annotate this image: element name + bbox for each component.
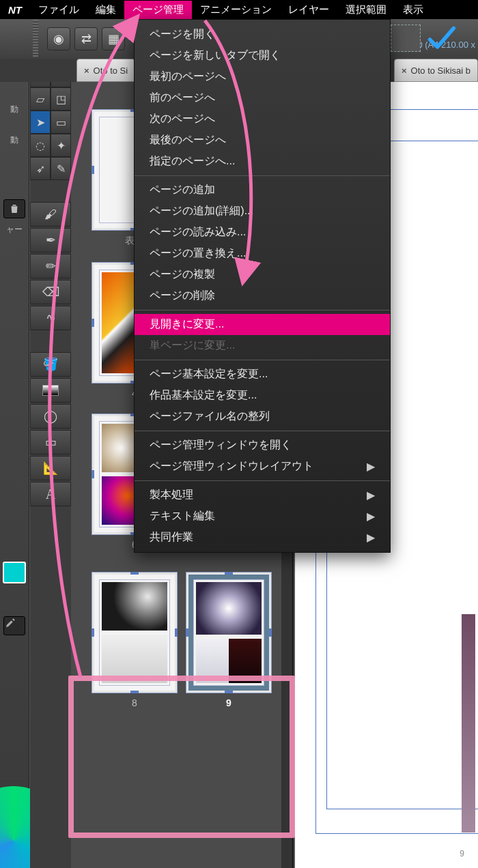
left-property-column: 動 動 ャー: [0, 19, 29, 868]
tool-options-icon[interactable]: [3, 616, 25, 635]
menu-NT[interactable]: NT: [0, 1, 30, 18]
menu-アニメーション[interactable]: アニメーション: [192, 1, 280, 19]
operation-tool-icon[interactable]: ◳: [51, 87, 71, 111]
eyedropper-tool-icon[interactable]: ➶: [30, 157, 51, 180]
menu-item-label: 見開きに変更...: [150, 317, 224, 332]
menu-編集[interactable]: 編集: [87, 1, 124, 19]
eraser-tool-icon[interactable]: ⌫: [30, 280, 71, 304]
blend-tool-icon[interactable]: ∿: [30, 306, 71, 330]
brush-tool-icon[interactable]: 🖌: [30, 202, 71, 227]
menu-item-label: テキスト編集: [150, 509, 215, 523]
frame-tool-icon[interactable]: ▭: [30, 430, 71, 454]
panel-label: 動: [0, 101, 29, 118]
snap-button-icon[interactable]: [391, 25, 421, 52]
panel-label: 動: [0, 132, 29, 149]
menu-レイヤー[interactable]: レイヤー: [280, 1, 337, 19]
menu-item-label: ページ管理ウィンドウを開く: [150, 438, 292, 452]
menu-item-label: 最初のページへ: [150, 70, 226, 84]
menu-item[interactable]: 指定のページへ...: [135, 151, 390, 172]
menu-bar[interactable]: NTファイル編集ページ管理アニメーションレイヤー選択範囲表示: [0, 0, 478, 19]
annotation-selection-box: [68, 676, 295, 838]
menu-item[interactable]: ページの削除: [135, 285, 390, 306]
toolbar-button-grid-icon[interactable]: ▦: [102, 27, 125, 50]
menu-item-label: ページの追加(詳細)...: [150, 204, 253, 218]
menu-item[interactable]: 見開きに変更...: [135, 314, 390, 335]
canvas-content-edge: [462, 614, 475, 833]
menu-ファイル[interactable]: ファイル: [30, 1, 87, 19]
menu-item[interactable]: 最初のページへ: [135, 66, 390, 87]
submenu-arrow-icon: ▶: [367, 510, 375, 523]
menu-item[interactable]: 前のページへ: [135, 87, 390, 108]
toolbar-button-swap-icon[interactable]: ⇄: [74, 27, 98, 50]
canvas-page-number: 9: [460, 849, 464, 858]
airbrush-tool-icon[interactable]: ✒: [30, 228, 71, 252]
menu-item[interactable]: ページを新しいタブで開く: [135, 45, 390, 66]
menu-item: 単ページに変更...: [135, 335, 390, 356]
document-tab-label: Oto to Sikisai b: [411, 66, 470, 76]
lasso-tool-icon[interactable]: ◌: [30, 134, 51, 157]
menu-item[interactable]: ページを開く: [135, 24, 390, 45]
menu-item-label: 最後のページへ: [150, 133, 226, 147]
close-icon[interactable]: ×: [84, 66, 89, 76]
menu-選択範囲[interactable]: 選択範囲: [337, 1, 395, 19]
document-tab[interactable]: ×Oto to Sikisai b: [394, 59, 478, 82]
menu-item[interactable]: ページファイル名の整列: [135, 406, 390, 427]
menu-item[interactable]: ページ管理ウィンドウレイアウト▶: [135, 456, 390, 477]
menu-item[interactable]: ページ管理ウィンドウを開く: [135, 435, 390, 456]
menu-item-label: ページの削除: [150, 289, 215, 303]
fill-tool-icon[interactable]: 🪣: [30, 352, 71, 377]
menu-表示[interactable]: 表示: [395, 1, 432, 19]
panel-grip[interactable]: [33, 20, 38, 58]
menu-item[interactable]: 作品基本設定を変更...: [135, 385, 390, 406]
select-tool-icon[interactable]: ▭: [51, 111, 71, 134]
menu-item-label: 作品基本設定を変更...: [150, 388, 257, 403]
menu-item[interactable]: ページの複製: [135, 264, 390, 285]
menu-item[interactable]: 共同作業▶: [135, 527, 390, 548]
figure-tool-icon[interactable]: ◯: [30, 404, 71, 429]
menu-item[interactable]: 製本処理▶: [135, 484, 390, 506]
menu-item[interactable]: 最後のページへ: [135, 130, 390, 151]
menu-item-label: ページを新しいタブで開く: [150, 48, 281, 63]
panel-label: ャー: [0, 221, 29, 238]
menu-item-label: ページの追加: [150, 183, 215, 197]
submenu-arrow-icon: ▶: [367, 489, 375, 502]
menu-item[interactable]: ページの置き換え...: [135, 243, 390, 264]
menu-item-label: 指定のページへ...: [150, 154, 235, 169]
menu-item[interactable]: ページ基本設定を変更...: [135, 364, 390, 385]
menu-item[interactable]: テキスト編集▶: [135, 506, 390, 527]
wand-tool-icon[interactable]: ✦: [51, 134, 71, 157]
ruler-tool-icon[interactable]: 📐: [30, 456, 71, 480]
menu-item-label: ページの複製: [150, 267, 215, 282]
close-icon[interactable]: ×: [402, 66, 407, 76]
foreground-color-swatch[interactable]: [3, 562, 26, 583]
document-tab-label: Oto to Si: [94, 66, 128, 76]
menu-item-label: 前のページへ: [150, 91, 215, 105]
menu-item-label: 共同作業: [150, 530, 193, 545]
menu-item[interactable]: ページの追加(詳細)...: [135, 201, 390, 222]
move-layer-tool-icon[interactable]: ➤: [30, 111, 51, 134]
page-management-menu[interactable]: ページを開くページを新しいタブで開く最初のページへ前のページへ次のページへ最後の…: [134, 19, 391, 553]
menu-item[interactable]: ページの追加: [135, 179, 390, 201]
perspective-tool-icon[interactable]: ▱: [30, 87, 51, 111]
menu-item-label: ページの置き換え...: [150, 246, 246, 261]
menu-item-label: ページ基本設定を変更...: [150, 367, 268, 381]
submenu-arrow-icon: ▶: [367, 460, 375, 473]
menu-ページ管理[interactable]: ページ管理: [124, 1, 192, 19]
trash-icon[interactable]: [3, 199, 25, 218]
document-tab[interactable]: ×Oto to Si: [76, 59, 135, 82]
menu-item-label: ページの読み込み...: [150, 225, 246, 240]
menu-item-label: ページを開く: [150, 27, 215, 42]
tool-palette: ✋ ↻ ✥ ▱ ◳ ➤ ▭ ◌ ✦ ➶ ✎ 🖌 ✒ ✏ ⌫ ∿ 🪣 ◯: [30, 41, 72, 868]
confirm-button-icon[interactable]: [426, 23, 456, 53]
menu-item-label: 次のページへ: [150, 112, 215, 126]
text-tool-icon[interactable]: A: [30, 482, 71, 506]
menu-item-label: ページファイル名の整列: [150, 409, 270, 424]
toolbar-button-spiral-icon[interactable]: ◉: [47, 27, 70, 50]
menu-item-label: 製本処理: [150, 488, 193, 502]
pen-tool-icon[interactable]: ✎: [51, 157, 71, 180]
pencil-tool-icon[interactable]: ✏: [30, 254, 71, 278]
menu-item[interactable]: ページの読み込み...: [135, 222, 390, 243]
menu-item[interactable]: 次のページへ: [135, 108, 390, 130]
gradient-tool-icon[interactable]: [30, 378, 71, 403]
menu-item-label: ページ管理ウィンドウレイアウト: [150, 459, 313, 474]
